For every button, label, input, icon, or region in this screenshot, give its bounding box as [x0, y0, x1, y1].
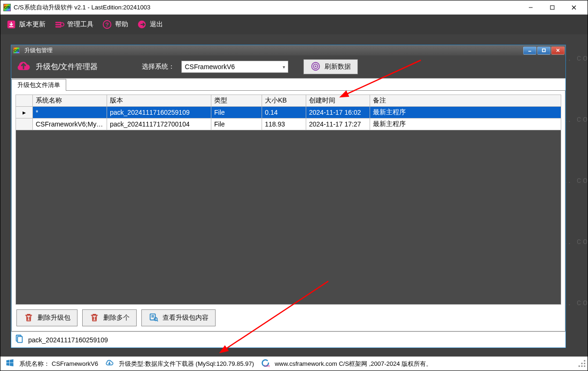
- tab-package-list[interactable]: 升级包文件清单: [11, 79, 66, 91]
- menubar: 版本更新 管理工具 ? 帮助 退出: [0, 15, 588, 34]
- outer-statusbar: 系统名称： CSFrameworkV6 升级类型:数据库文件下载器 (MySql…: [0, 356, 588, 371]
- watermark: k. co: [562, 237, 588, 246]
- status-filename: pack_20241117160259109: [28, 336, 108, 344]
- cloud-download-icon: [105, 358, 114, 369]
- inspect-icon: [148, 312, 159, 324]
- cell-sys: *: [33, 107, 107, 118]
- svg-line-23: [157, 320, 158, 321]
- col-time[interactable]: 创建时间: [306, 95, 370, 107]
- svg-rect-30: [581, 363, 583, 364]
- window-title: C/S系统自动升级软件 v2.1 - LastEdition:20241003: [14, 3, 150, 12]
- cell-size: 0.14: [262, 107, 306, 118]
- child-statusbar: pack_20241117160259109: [11, 332, 565, 347]
- tabstrip: 升级包文件清单: [11, 78, 565, 90]
- status-download-label: 升级类型:数据库文件下载器: [119, 360, 194, 368]
- col-ver[interactable]: 版本: [107, 95, 211, 107]
- svg-rect-13: [542, 49, 545, 52]
- svg-rect-34: [584, 365, 585, 367]
- button-label: 删除升级包: [38, 314, 70, 322]
- table-row[interactable]: ▸ * pack_20241117160259109 File 0.14 202…: [16, 107, 561, 118]
- menu-version-update[interactable]: 版本更新: [6, 19, 46, 30]
- trash-icon: [89, 312, 100, 324]
- cell-type: File: [211, 118, 262, 130]
- cell-note: 最新主程序: [370, 118, 561, 130]
- minimize-button[interactable]: [520, 0, 542, 15]
- table-row[interactable]: CSFrameworkV6;MyS... pack_20241117172700…: [16, 118, 561, 130]
- menu-exit[interactable]: 退出: [137, 19, 163, 30]
- button-label: 删除多个: [103, 314, 130, 322]
- col-size[interactable]: 大小KB: [262, 95, 306, 107]
- app-icon: C/S: [3, 4, 11, 11]
- child-window-controls: [523, 47, 565, 55]
- button-label: 查看升级包内容: [162, 314, 209, 322]
- outer-titlebar[interactable]: C/S C/S系统自动升级软件 v2.1 - LastEdition:20241…: [0, 0, 588, 15]
- cell-note: 最新主程序: [370, 107, 561, 118]
- child-toolbar: 升级包/文件管理器 选择系统： CSFrameworkV6 ▾ 刷新数据: [11, 55, 565, 78]
- svg-rect-1: [550, 6, 554, 9]
- child-minimize-button[interactable]: [523, 47, 536, 55]
- child-maximize-button[interactable]: [537, 47, 550, 55]
- refresh-icon: [310, 61, 321, 73]
- close-button[interactable]: [563, 0, 585, 15]
- system-select-value: CSFrameworkV6: [185, 63, 235, 71]
- refresh-label: 刷新数据: [325, 63, 351, 71]
- gear-stack-icon: [54, 19, 64, 30]
- menu-help[interactable]: ? 帮助: [102, 19, 128, 30]
- grid-container: 系统名称 版本 类型 大小KB 创建时间 备注 ▸ * pack_2024111: [11, 90, 565, 332]
- grid-button-row: 删除升级包 删除多个 查看升级包内容: [15, 305, 561, 327]
- watermark: k. co: [562, 175, 588, 185]
- svg-text:C/S框架: C/S框架: [264, 364, 270, 367]
- download-icon: [6, 19, 16, 30]
- manager-title: 升级包/文件管理器: [15, 57, 98, 76]
- col-note[interactable]: 备注: [370, 95, 561, 107]
- delete-package-button[interactable]: 删除升级包: [16, 309, 77, 326]
- brand-icon: C/S框架: [261, 358, 270, 369]
- cell-sys: CSFrameworkV6;MyS...: [33, 118, 107, 130]
- svg-text:?: ?: [105, 21, 109, 28]
- svg-rect-5: [55, 22, 62, 24]
- cell-size: 118.93: [262, 118, 306, 130]
- row-indicator: ▸: [16, 107, 33, 118]
- manager-title-text: 升级包/文件管理器: [36, 62, 98, 72]
- status-site: www.csframework.com C/S框架网 ,2007-2024 版权…: [275, 360, 432, 368]
- package-grid[interactable]: 系统名称 版本 类型 大小KB 创建时间 备注 ▸ * pack_2024111: [15, 95, 561, 130]
- svg-rect-25: [17, 337, 22, 343]
- cell-time: 2024-11-17 16:02: [306, 107, 370, 118]
- resize-grip-icon[interactable]: [577, 359, 587, 370]
- child-titlebar[interactable]: C/S 升级包管理: [11, 45, 565, 55]
- menu-label: 帮助: [115, 20, 128, 29]
- windows-icon: [5, 358, 15, 369]
- child-window-title: 升级包管理: [24, 47, 53, 55]
- outer-window: C/S C/S系统自动升级软件 v2.1 - LastEdition:20241…: [0, 0, 588, 371]
- watermark: k. co: [562, 298, 588, 308]
- svg-rect-33: [581, 365, 583, 367]
- row-indicator: [16, 118, 33, 130]
- app-icon: C/S: [13, 47, 20, 54]
- col-type[interactable]: 类型: [211, 95, 262, 107]
- status-sysname: CSFrameworkV6: [52, 360, 98, 367]
- svg-rect-29: [584, 360, 585, 362]
- cell-type: File: [211, 107, 262, 118]
- header-row: 系统名称 版本 类型 大小KB 创建时间 备注: [16, 95, 561, 107]
- system-select[interactable]: CSFrameworkV6 ▾: [181, 61, 288, 73]
- view-package-button[interactable]: 查看升级包内容: [141, 309, 216, 326]
- cell-ver: pack_20241117160259109: [107, 107, 211, 118]
- client-area: k. co k. co k. co k. co k. co C/S 升级包管理: [0, 34, 588, 356]
- menu-label: 版本更新: [19, 20, 46, 29]
- col-sys[interactable]: 系统名称: [33, 95, 107, 107]
- status-sysname-label: 系统名称：: [19, 360, 50, 368]
- status-download-detail: (MySql:120.79.85.97): [196, 360, 254, 367]
- menu-tools[interactable]: 管理工具: [54, 19, 93, 30]
- chevron-down-icon: ▾: [283, 64, 285, 70]
- document-icon: [14, 334, 24, 346]
- child-close-button[interactable]: [551, 47, 565, 55]
- watermark: k. co: [562, 114, 588, 124]
- svg-rect-31: [584, 363, 585, 364]
- delete-many-button[interactable]: 删除多个: [82, 309, 137, 326]
- row-header-corner: [16, 95, 33, 107]
- exit-icon: [137, 19, 147, 30]
- cell-time: 2024-11-17 17:27: [306, 118, 370, 130]
- maximize-button[interactable]: [542, 0, 563, 15]
- refresh-button[interactable]: 刷新数据: [303, 59, 358, 74]
- watermark: k. co: [562, 53, 588, 63]
